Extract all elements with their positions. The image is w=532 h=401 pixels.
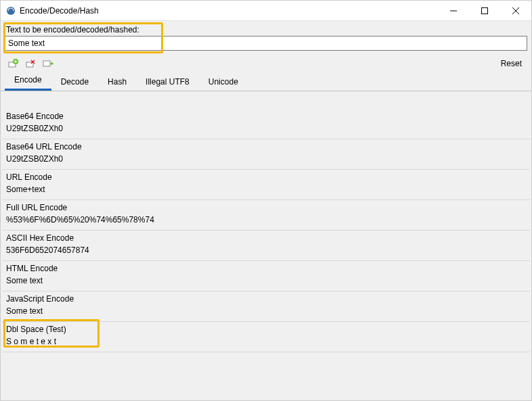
- result-block: JavaScript EncodeSome text: [2, 291, 530, 320]
- result-block: Base64 URL EncodeU29tZSB0ZXh0: [2, 139, 530, 168]
- text-input[interactable]: [5, 36, 527, 51]
- result-block: ASCII Hex Encode536F6D652074657874: [2, 231, 530, 259]
- tab-unicode[interactable]: Unicode: [199, 73, 248, 91]
- result-value: Some text: [6, 275, 526, 287]
- result-value: U29tZSB0ZXh0: [6, 153, 526, 165]
- add-output-button[interactable]: [6, 57, 20, 70]
- input-label: Text to be encoded/decoded/hashed:: [1, 21, 531, 36]
- tab-illegal-utf8[interactable]: Illegal UTF8: [136, 73, 199, 91]
- result-value: S o m e t e x t: [6, 335, 526, 348]
- result-value: Some text: [6, 305, 526, 317]
- maximize-button[interactable]: [469, 1, 500, 21]
- result-title: Full URL Encode: [6, 202, 526, 214]
- tabs: EncodeDecodeHashIllegal UTF8Unicode: [1, 72, 531, 91]
- window-title: Encode/Decode/Hash: [20, 6, 99, 16]
- minimize-button[interactable]: [438, 1, 469, 21]
- result-title: Dbl Space (Test): [6, 323, 526, 335]
- result-title: URL Encode: [6, 171, 526, 183]
- input-row: [1, 36, 531, 55]
- result-title: JavaScript Encode: [6, 293, 526, 305]
- result-title: ASCII Hex Encode: [6, 232, 526, 244]
- result-block: HTML EncodeSome text: [2, 261, 530, 289]
- result-block: Base64 EncodeU29tZSB0ZXh0: [2, 109, 530, 137]
- new-window-button[interactable]: [41, 57, 55, 70]
- result-block: Full URL Encode%53%6F%6D%65%20%74%65%78%…: [2, 200, 530, 229]
- result-block: URL EncodeSome+text: [2, 170, 530, 198]
- result-title: HTML Encode: [6, 262, 526, 275]
- content-area: Text to be encoded/decoded/hashed:: [1, 21, 531, 400]
- tab-encode[interactable]: Encode: [5, 71, 51, 91]
- result-value: Some+text: [6, 183, 526, 195]
- close-button[interactable]: [500, 1, 531, 21]
- titlebar: Encode/Decode/Hash: [1, 1, 531, 21]
- tab-decode[interactable]: Decode: [51, 73, 98, 91]
- remove-output-button[interactable]: [24, 57, 37, 70]
- title-wrap: Encode/Decode/Hash: [6, 6, 438, 16]
- result-separator: [2, 352, 530, 352]
- svg-rect-2: [482, 8, 488, 14]
- tab-hash[interactable]: Hash: [98, 73, 136, 91]
- result-block: Dbl Space (Test)S o m e t e x t: [2, 322, 530, 350]
- result-value: U29tZSB0ZXh0: [6, 122, 526, 135]
- result-title: Base64 Encode: [6, 110, 526, 122]
- app-icon: [6, 6, 16, 16]
- result-value: %53%6F%6D%65%20%74%65%78%74: [6, 214, 526, 226]
- results-panel: Base64 EncodeU29tZSB0ZXh0Base64 URL Enco…: [2, 109, 530, 399]
- window-controls: [438, 1, 531, 20]
- window-root: Encode/Decode/Hash Text to be encoded/de…: [0, 0, 532, 401]
- reset-button[interactable]: Reset: [497, 59, 526, 68]
- result-title: Base64 URL Encode: [6, 141, 526, 153]
- svg-rect-12: [43, 61, 50, 66]
- toolbar: Reset: [1, 55, 531, 72]
- result-value: 536F6D652074657874: [6, 244, 526, 256]
